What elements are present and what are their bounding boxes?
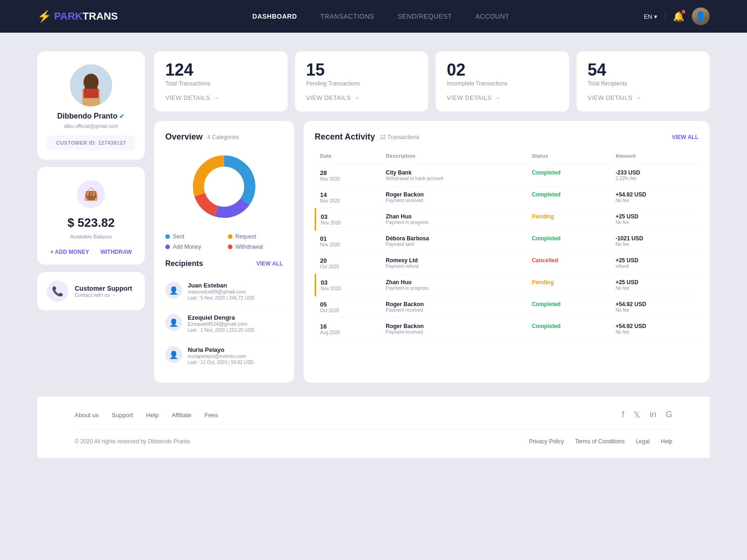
cell-status-3: Completed [527,231,611,252]
twitter-icon[interactable]: 𝕏 [634,410,641,420]
customer-id: CUSTOMER ID: 127439127 [47,135,135,150]
footer-link-help[interactable]: Help [146,412,159,419]
verified-icon: ✔ [119,112,125,120]
user-avatar[interactable]: 👤 [692,7,710,25]
cell-desc-0: City Bank Withdrawal to bank account [381,165,527,187]
copyright: © 2020 All rights reserved by Dibbendo P… [75,438,190,445]
nav-send-request[interactable]: SEND/REQUEST [398,13,452,20]
brand-name: PARKTRANS [54,10,118,22]
cell-date-1: 14 Nov 2020 [316,187,381,209]
google-icon[interactable]: G [666,410,672,420]
recipient-info-2: Nuria Pelayo nuriapelayo@evento.com Last… [188,346,254,365]
cell-date-6: 05 Oct 2020 [316,296,381,318]
recipient-name-2: Nuria Pelayo [188,346,254,353]
legend-add-money: Add Money [165,244,220,250]
recipient-email-1: Ezequiel4524@gmail.com [188,321,254,327]
activity-view-all[interactable]: VIEW ALL [672,134,698,140]
footer-legal: Privacy Policy Terms of Conditions Legal… [529,438,672,445]
cell-status-2: Pending [527,209,611,231]
table-row: 28 Nov 2020 City Bank Withdrawal to bank… [316,165,699,187]
footer-link-support[interactable]: Support [112,412,133,419]
footer-link-fees[interactable]: Fees [204,412,218,419]
activity-table: Date Description Status Amount 28 Nov 20… [315,149,698,340]
wallet-actions: + ADD MONEY WITHDRAW [47,249,135,255]
stat-link-1[interactable]: VIEW DETAILS → [306,94,417,101]
cell-status-5: Pending [527,274,611,296]
stat-link-2[interactable]: VIEW DETAILS → [447,94,558,101]
support-title: Customer Support [75,285,132,292]
recipients-view-all[interactable]: VIEW ALL [256,260,283,267]
footer-terms[interactable]: Terms of Conditions [575,438,625,445]
donut-chart [165,149,283,224]
col-description: Description [381,149,527,165]
footer-privacy[interactable]: Privacy Policy [529,438,564,445]
support-link[interactable]: Contact with us → [75,292,132,298]
stat-label-2: Incomplete Transactions [447,80,558,87]
add-money-button[interactable]: + ADD MONEY [50,249,89,255]
notifications-button[interactable]: 🔔 [673,11,684,22]
language-selector[interactable]: EN ▾ [644,13,657,20]
footer-bottom: © 2020 All rights reserved by Dibbendo P… [75,430,672,445]
col-amount: Amount [611,149,698,165]
notification-badge [682,10,685,14]
wallet-label: Aviailable Balance [70,234,112,239]
nav-transactions[interactable]: TRANSACTIONS [320,13,374,20]
legend-withdrawal: Withdrawal [228,244,283,250]
recipients-list: 👤 Juan Esteban masooduo89@gmail.com Last… [165,275,283,371]
recipients-header: Recipients VIEW ALL [165,259,283,268]
cell-desc-7: Roger Backon Payment received [381,318,527,340]
overview-card: Overview 4 Categories [154,121,294,383]
overview-subtitle: 4 Categories [207,134,239,140]
wallet-card: 👜 $ 523.82 Aviailable Balance + ADD MONE… [37,167,145,265]
cell-desc-6: Roger Backon Payment received [381,296,527,318]
stat-total-transactions: 124 Total Transactions VIEW DETAILS → [154,51,288,112]
middle-row: Overview 4 Categories [154,121,710,383]
profile-email: dibu.official@gmail.com [64,123,118,129]
footer-legal-link[interactable]: Legal [636,438,649,445]
stat-label-3: Total Recipients [588,80,699,87]
stat-number-3: 54 [588,62,699,78]
cell-status-4: Cancelled [527,252,611,274]
cell-date-5: 03 Nov 2020 [316,274,381,296]
recipient-email-2: nuriapelayo@evento.com [188,353,254,359]
legend-sent: Sent [165,233,220,240]
brand-logo[interactable]: ⚡ PARKTRANS [37,10,118,23]
nav-dashboard[interactable]: DASHBOARD [253,13,297,20]
stat-link-0[interactable]: VIEW DETAILS → [165,94,276,101]
recent-activity-card: Recent Activity 12 Transactions VIEW ALL… [303,121,710,383]
stat-total-recipients: 54 Total Recipients VIEW DETAILS → [577,51,710,112]
nav-account[interactable]: ACCOUNT [475,13,509,20]
navbar: ⚡ PARKTRANS DASHBOARD TRANSACTIONS SEND/… [0,0,747,33]
cell-date-4: 20 Oct 2020 [316,252,381,274]
cell-date-7: 16 Aug 2020 [316,318,381,340]
cell-amount-5: +25 USD No fee [611,274,698,296]
stat-label-0: Total Transactions [165,80,276,87]
support-icon: 📞 [47,280,68,302]
recipient-info-0: Juan Esteban masooduo89@gmail.com Last :… [188,282,254,301]
sidebar: Dibbendo Pranto ✔ dibu.official@gmail.co… [37,51,145,310]
withdraw-button[interactable]: WITHDRAW [100,249,132,255]
profile-avatar [70,64,112,106]
table-row: 03 Nov 2020 Zhan Huo Payment in progress… [316,209,699,231]
linkedin-icon[interactable]: in [650,410,656,420]
stat-number-0: 124 [165,62,276,78]
recipients-section: Recipients VIEW ALL 👤 Juan Esteban masoo… [165,259,283,371]
support-card: 📞 Customer Support Contact with us → [37,272,145,310]
cell-date-0: 28 Nov 2020 [316,165,381,187]
footer-link-affiliate[interactable]: Affiliate [172,412,191,419]
withdrawal-dot [228,245,233,249]
recipient-last-2: Last : 12 Oct, 2020 | 56.82 USD [188,360,254,365]
footer-links: About us Support Help Affiliate Fees [75,412,218,419]
facebook-icon[interactable]: f [622,410,624,420]
legend-request: Request [228,233,283,240]
footer-link-about[interactable]: About us [75,412,99,419]
activity-header: Recent Activity 12 Transactions VIEW ALL [315,132,698,142]
footer-social: f 𝕏 in G [622,410,672,420]
main-content-area: 124 Total Transactions VIEW DETAILS → 15… [154,51,710,383]
stat-link-3[interactable]: VIEW DETAILS → [588,94,699,101]
stat-number-1: 15 [306,62,417,78]
footer-help[interactable]: Help [661,438,672,445]
stat-number-2: 02 [447,62,558,78]
cell-desc-1: Roger Backon Payment received [381,187,527,209]
recipient-avatar-2: 👤 [165,346,182,363]
